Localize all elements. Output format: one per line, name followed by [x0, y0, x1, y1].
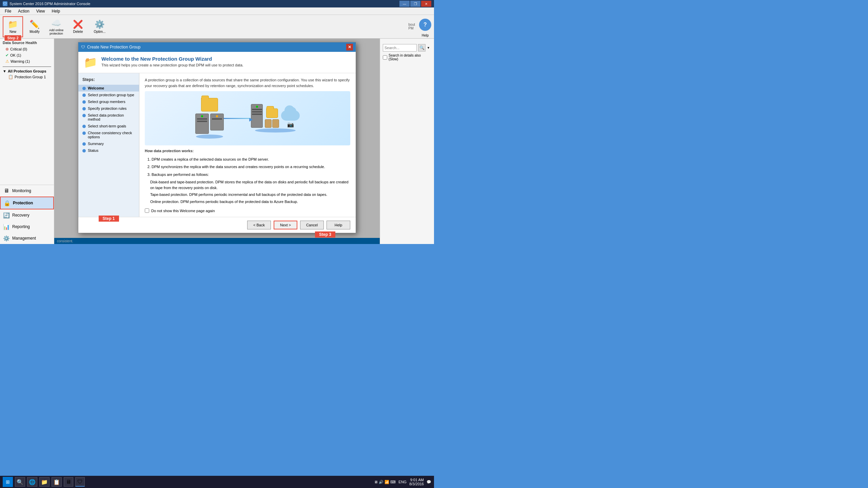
- server-disk-3: [212, 118, 222, 120]
- collapse-icon: ▼: [3, 69, 6, 73]
- critical-item[interactable]: ⊗ Critical (0): [0, 46, 54, 52]
- optimize-icon: ⚙️: [95, 20, 105, 29]
- step-pgtype-label: Select protection group type: [88, 93, 134, 97]
- step-data-protection-method[interactable]: Select data protection method: [78, 112, 139, 123]
- search-arrow[interactable]: ▼: [427, 46, 430, 49]
- step-pg-type[interactable]: Select protection group type: [78, 92, 139, 98]
- step-consistency-label: Choose consistency check options: [88, 131, 135, 139]
- delete-label: Delete: [73, 30, 83, 34]
- management-label: Management: [12, 236, 36, 241]
- platform-right: [255, 128, 296, 133]
- modal-title: Welcome to the New Protection Group Wiza…: [101, 56, 243, 62]
- nav-management[interactable]: ⚙️ Management: [0, 232, 54, 244]
- step-consistency-check[interactable]: Choose consistency check options: [78, 129, 139, 140]
- recovery-icon: 🔄: [3, 212, 9, 218]
- right-panel: 🔍 ▼ Search in details also (Slow): [380, 39, 434, 244]
- step-summary[interactable]: Summary: [78, 140, 139, 147]
- modify-icon: ✏️: [29, 20, 40, 29]
- about-dpm-label: boutPM: [409, 23, 415, 30]
- all-protection-groups-title[interactable]: ▼ All Protection Groups: [0, 68, 54, 74]
- step-short-term-goals[interactable]: Select short-term goals: [78, 123, 139, 129]
- step-bullet-rules: [82, 107, 86, 110]
- server-disk-6: [252, 114, 262, 115]
- server-light-3: [256, 106, 258, 108]
- dont-show-checkbox[interactable]: [145, 208, 149, 213]
- menu-view[interactable]: View: [33, 8, 48, 14]
- reporting-icon: 📊: [3, 224, 9, 230]
- menu-file[interactable]: File: [1, 8, 15, 14]
- step1-badge: Step 1: [98, 216, 119, 222]
- minimize-button[interactable]: —: [399, 1, 410, 7]
- search-button[interactable]: 🔍: [418, 44, 426, 52]
- warning-item[interactable]: ⚠ Warning (1): [0, 58, 54, 64]
- nav-recovery[interactable]: 🔄 Recovery: [0, 209, 54, 221]
- step-bullet-members: [82, 100, 86, 104]
- new-icon: 📁: [8, 20, 18, 29]
- ok-item[interactable]: ✔ OK (1): [0, 52, 54, 58]
- step-welcome-label: Welcome: [88, 86, 104, 90]
- step-bullet-welcome: [82, 87, 86, 90]
- step-status-label: Status: [88, 148, 98, 152]
- window-controls: — ❐ ✕: [399, 1, 431, 7]
- step2-badge: Step 2: [4, 35, 21, 41]
- step-welcome[interactable]: Welcome: [78, 85, 139, 92]
- step-bullet-consistency: [82, 131, 86, 135]
- how-step-2: DPM synchronizes the replica with the da…: [152, 164, 350, 170]
- modal-title-bar: 🛡 Create New Protection Group ✕: [78, 42, 356, 52]
- search-details-label[interactable]: Search in details also (Slow): [389, 54, 431, 61]
- optimize-button[interactable]: ⚙️ Optim...: [90, 16, 110, 37]
- intro-text: A protection group is a collection of da…: [145, 77, 350, 88]
- next-button[interactable]: Next >: [274, 221, 297, 229]
- sidebar: Data Source Health ⊗ Critical (0) ✔ OK (…: [0, 39, 54, 244]
- modal-title-text: Create New Protection Group: [87, 45, 140, 49]
- monitoring-label: Monitoring: [12, 188, 31, 193]
- step-status[interactable]: Status: [78, 147, 139, 154]
- main-panel: consistent. 🛡 Create New Protection Grou…: [54, 39, 380, 244]
- modify-label: Modify: [29, 30, 39, 34]
- back-button[interactable]: < Back: [247, 221, 271, 229]
- cancel-button[interactable]: Cancel: [300, 221, 324, 229]
- step-summary-label: Summary: [88, 142, 104, 146]
- menu-action[interactable]: Action: [15, 8, 33, 14]
- nav-sidebar: 🖥 Monitoring 🔒 Protection 🔄 Recovery 📊 R…: [0, 185, 54, 244]
- critical-label: Critical (0): [10, 47, 27, 51]
- server-left-1: [195, 114, 209, 134]
- protection-group-1-item[interactable]: 📋 Protection Group 1: [0, 74, 54, 80]
- folder-left-icon: [201, 98, 218, 111]
- modal-body: Steps: Welcome Select protection group t…: [78, 73, 356, 217]
- step-group-members[interactable]: Select group members: [78, 98, 139, 105]
- dont-show-label[interactable]: Do not show this Welcome page again: [151, 209, 215, 213]
- server-disk-5: [252, 111, 262, 113]
- arrow-line: ▶: [224, 118, 251, 119]
- modify-button[interactable]: ✏️ Modify: [24, 16, 45, 37]
- maximize-button[interactable]: ❐: [410, 1, 420, 7]
- nav-reporting[interactable]: 📊 Reporting: [0, 221, 54, 232]
- menu-help[interactable]: Help: [48, 8, 64, 14]
- step-protection-rules[interactable]: Specify protection rules: [78, 105, 139, 112]
- search-details-checkbox[interactable]: [383, 55, 387, 60]
- nav-monitoring[interactable]: 🖥 Monitoring: [0, 185, 54, 197]
- pg1-label: Protection Group 1: [15, 75, 46, 79]
- protection-label: Protection: [13, 201, 33, 205]
- step-method-label: Select data protection method: [88, 113, 135, 121]
- new-button[interactable]: 📁 New Step 2: [3, 16, 23, 37]
- help-toolbar-label: Help: [422, 34, 429, 37]
- server-disk-4: [252, 109, 262, 110]
- close-button[interactable]: ✕: [421, 1, 431, 7]
- main-window: 🛡 System Center 2016 DPM Administrator C…: [0, 0, 434, 244]
- modal-overlay: 🛡 Create New Protection Group ✕ 📁 Welcom…: [54, 39, 380, 244]
- menu-bar: File Action View Help: [0, 7, 434, 15]
- data-source-tree: ⊗ Critical (0) ✔ OK (1) ⚠ Warning (1): [0, 45, 54, 65]
- title-bar-text: System Center 2016 DPM Administrator Con…: [9, 2, 90, 6]
- search-input[interactable]: [383, 44, 417, 52]
- camera-icon: 📷: [287, 121, 294, 128]
- add-online-button[interactable]: ☁️ Add online protection: [46, 16, 66, 37]
- modal-close-button[interactable]: ✕: [346, 44, 353, 50]
- step-bullet-pgtype: [82, 94, 86, 97]
- nav-protection[interactable]: 🔒 Protection: [0, 197, 54, 209]
- help-icon-large[interactable]: ?: [419, 19, 431, 31]
- help-button[interactable]: Help: [327, 221, 350, 229]
- server-light-2: [216, 115, 218, 117]
- delete-button[interactable]: ❌ Delete: [68, 16, 88, 37]
- step-bullet-method: [82, 114, 86, 117]
